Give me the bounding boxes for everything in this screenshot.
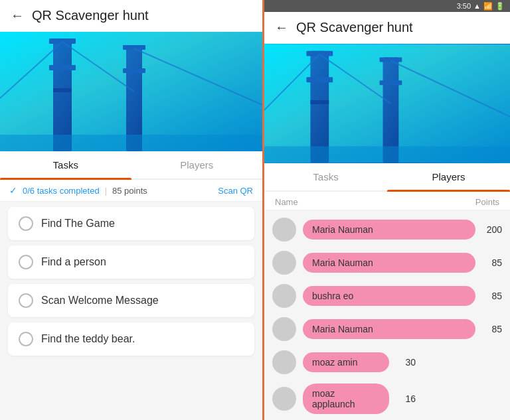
left-app-title: QR Scavenger hunt: [32, 8, 149, 23]
task-item[interactable]: Find The Game: [8, 207, 254, 240]
player-points-5: 16: [396, 393, 416, 404]
task-label-4: Find the teddy bear.: [41, 333, 135, 345]
right-app-title: QR Scavenger hunt: [296, 20, 413, 35]
svg-rect-7: [123, 68, 145, 73]
progress-points-text: 85 points: [112, 186, 147, 196]
progress-tasks-text: 0/6 tasks completed: [23, 186, 100, 196]
players-list: Maria Nauman 200 Maria Nauman 85 bushra …: [264, 210, 510, 420]
left-tabs: Tasks Players: [0, 151, 262, 180]
signal-icon: ▲: [473, 2, 481, 10]
player-name-4: moaz amin: [303, 352, 389, 372]
right-tabs: Tasks Players: [264, 163, 510, 192]
task-radio-3[interactable]: [19, 293, 33, 308]
svg-rect-15: [306, 77, 333, 82]
svg-rect-14: [306, 51, 333, 56]
right-header: ← QR Scavenger hunt: [264, 12, 510, 44]
task-list: Find The Game Find a person Scan Welcome…: [0, 202, 262, 420]
svg-rect-4: [53, 88, 72, 92]
player-points-0: 200: [482, 224, 502, 235]
status-bar: 3:50 ▲ 📶 🔋: [264, 0, 510, 12]
right-tab-players[interactable]: Players: [387, 163, 510, 190]
battery-icon: 🔋: [495, 2, 505, 11]
left-header: ← QR Scavenger hunt: [0, 0, 262, 32]
player-points-4: 30: [396, 357, 416, 368]
progress-divider: |: [105, 186, 107, 196]
right-tab-tasks[interactable]: Tasks: [264, 163, 387, 190]
scan-qr-button[interactable]: Scan QR: [218, 186, 253, 196]
player-row-2[interactable]: bushra eo 85: [272, 279, 502, 313]
left-tab-players[interactable]: Players: [131, 151, 263, 178]
points-column-header: Points: [475, 197, 499, 207]
player-avatar-4: [272, 350, 296, 374]
player-name-2: bushra eo: [303, 286, 475, 306]
player-avatar-1: [272, 251, 296, 275]
svg-rect-13: [310, 51, 329, 163]
player-row-5[interactable]: moaz applaunch 16: [272, 379, 502, 419]
svg-rect-11: [0, 135, 262, 151]
players-column-headers: Name Points: [264, 192, 510, 210]
player-name-5: moaz applaunch: [303, 384, 389, 414]
player-name-1: Maria Nauman: [303, 253, 475, 273]
right-panel: 3:50 ▲ 📶 🔋 ← QR Scavenger hunt: [262, 0, 510, 420]
player-row-3[interactable]: Maria Nauman 85: [272, 313, 502, 346]
right-back-button[interactable]: ←: [275, 20, 288, 35]
player-row-0[interactable]: Maria Nauman 200: [272, 213, 502, 246]
name-column-header: Name: [275, 197, 298, 207]
svg-rect-19: [380, 80, 402, 85]
player-row-4[interactable]: moaz amin 30: [272, 346, 502, 379]
player-name-0: Maria Nauman: [303, 220, 475, 240]
player-points-1: 85: [482, 257, 502, 268]
task-label-1: Find The Game: [41, 218, 115, 230]
task-item[interactable]: Find a person: [8, 245, 254, 279]
task-radio-2[interactable]: [19, 255, 33, 269]
player-avatar-0: [272, 218, 296, 242]
svg-rect-1: [53, 38, 72, 151]
left-panel: ← QR Scavenger hunt: [0, 0, 262, 420]
left-tab-tasks[interactable]: Tasks: [0, 151, 131, 178]
player-avatar-3: [272, 317, 296, 341]
left-back-button[interactable]: ←: [11, 8, 24, 23]
player-row-1[interactable]: Maria Nauman 85: [272, 246, 502, 279]
svg-rect-16: [310, 100, 329, 104]
svg-rect-23: [264, 146, 510, 163]
svg-rect-3: [49, 65, 76, 70]
task-item[interactable]: Scan Welcome Message: [8, 284, 254, 317]
player-points-2: 85: [482, 291, 502, 301]
wifi-icon: 📶: [483, 2, 493, 11]
task-radio-1[interactable]: [19, 216, 33, 231]
left-hero-image: [0, 32, 262, 151]
svg-rect-2: [49, 38, 76, 44]
player-avatar-2: [272, 284, 296, 308]
player-avatar-5: [272, 387, 296, 411]
task-label-2: Find a person: [41, 256, 106, 268]
progress-checkmark: ✓: [9, 185, 17, 196]
player-name-3: Maria Nauman: [303, 319, 475, 339]
status-time: 3:50: [457, 2, 471, 10]
progress-bar: ✓ 0/6 tasks completed | 85 points Scan Q…: [0, 180, 262, 202]
right-hero-image: [264, 44, 510, 163]
player-points-3: 85: [482, 324, 502, 334]
task-item[interactable]: Find the teddy bear.: [8, 322, 254, 356]
task-radio-4[interactable]: [19, 332, 33, 346]
task-label-3: Scan Welcome Message: [41, 295, 159, 307]
